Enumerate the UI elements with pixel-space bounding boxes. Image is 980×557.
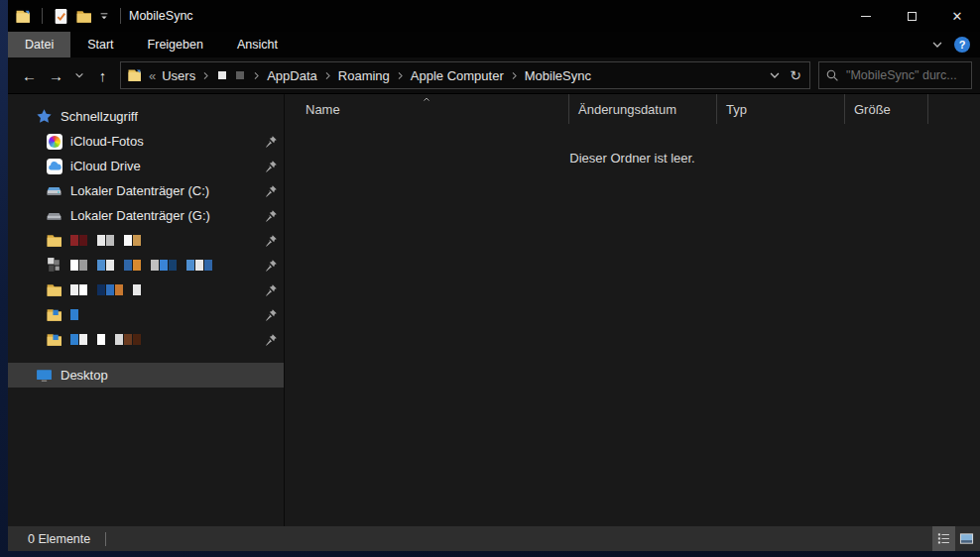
icloud-drive-icon (46, 158, 62, 174)
column-label: Größe (854, 102, 891, 117)
empty-folder-message: Dieser Ordner ist leer. (285, 151, 980, 166)
titlebar: MobileSync ✕ (8, 0, 980, 32)
collapse-ribbon-icon[interactable] (930, 38, 944, 52)
details-view-button[interactable] (932, 526, 955, 551)
location-folder-icon (127, 67, 143, 83)
breadcrumb-segment[interactable]: MobileSync (522, 68, 594, 83)
sidebar-item-redacted[interactable] (8, 327, 284, 352)
address-bar-controls: ↻ (768, 67, 805, 83)
breadcrumb-segment[interactable]: Apple Computer (408, 68, 507, 83)
app-folder-icon (15, 8, 32, 25)
sidebar-item-desktop[interactable]: Desktop (8, 363, 284, 388)
breadcrumb-chevron-icon[interactable] (395, 70, 406, 81)
tab-start[interactable]: Start (70, 32, 130, 57)
sidebar-item-redacted[interactable] (8, 228, 284, 253)
breadcrumb-segment[interactable]: AppData (264, 68, 320, 83)
ribbon-tab-row: DateiStartFreigebenAnsicht ? (8, 32, 980, 57)
folder-blue-icon (46, 331, 62, 348)
minimize-icon (861, 16, 871, 17)
minimize-button[interactable] (843, 0, 889, 32)
sidebar-item-lokaler-datentr-ger-c[interactable]: Lokaler Datenträger (C:) (8, 178, 284, 203)
folder-blue-icon (46, 306, 62, 323)
sidebar-item-label: Desktop (61, 368, 108, 383)
file-list-pane: NameÄnderungsdatumTypGröße Dieser Ordner… (285, 94, 980, 526)
sidebar-item-redacted[interactable] (8, 302, 284, 327)
details-view-icon (936, 531, 951, 546)
star-icon (36, 108, 53, 125)
view-toggle-buttons (932, 526, 978, 551)
tab-ansicht[interactable]: Ansicht (220, 32, 295, 57)
folder-icon (46, 232, 62, 249)
column-header-nderungsdatum[interactable]: Änderungsdatum (569, 94, 717, 124)
pin-icon (265, 259, 278, 272)
column-header-gr-e[interactable]: Größe (845, 94, 928, 124)
column-label: Typ (726, 102, 747, 117)
drive-g-icon (46, 207, 62, 224)
desktop-icon (36, 367, 53, 384)
help-icon[interactable]: ? (954, 37, 970, 53)
sidebar-item-redacted[interactable] (8, 278, 284, 302)
column-label: Name (306, 102, 340, 117)
breadcrumb-chevron-icon[interactable] (251, 70, 262, 81)
close-button[interactable]: ✕ (934, 0, 980, 32)
search-icon (825, 68, 839, 82)
maximize-button[interactable] (889, 0, 934, 32)
sidebar-item-icloud-fotos[interactable]: iCloud-Fotos (8, 129, 284, 154)
breadcrumb-chevron-icon[interactable] (322, 70, 333, 81)
up-button[interactable]: ↑ (89, 62, 116, 88)
sidebar-item-label: iCloud-Fotos (70, 134, 144, 149)
titlebar-separator (42, 8, 43, 24)
breadcrumb-overflow-icon[interactable]: « (146, 68, 159, 83)
sidebar-item-lokaler-datentr-ger-g[interactable]: Lokaler Datenträger (G:) (8, 203, 284, 228)
qat-dropdown-icon[interactable] (98, 10, 110, 22)
breadcrumb-segment[interactable]: Roaming (335, 68, 393, 83)
status-separator (105, 532, 106, 546)
status-bar: 0 Elemente (8, 526, 980, 551)
pin-icon (265, 308, 278, 321)
close-icon: ✕ (952, 9, 963, 24)
pin-icon (265, 135, 278, 148)
column-headers: NameÄnderungsdatumTypGröße (285, 94, 980, 124)
quick-access-toolbar (8, 8, 125, 25)
titlebar-separator (120, 8, 121, 24)
sidebar-item-redacted[interactable] (8, 253, 284, 278)
pin-icon (265, 160, 278, 172)
redacted-label-mosaic (70, 309, 78, 320)
sidebar-item-icloud-drive[interactable]: iCloud Drive (8, 154, 284, 178)
sidebar-list: SchnellzugriffiCloud-FotosiCloud DriveLo… (8, 104, 284, 388)
sidebar-item-label: iCloud Drive (70, 159, 141, 173)
ribbon-tabs: DateiStartFreigebenAnsicht (8, 32, 295, 57)
search-input[interactable] (846, 68, 965, 82)
recent-locations-dropdown[interactable] (69, 62, 89, 88)
thumbnails-view-icon (959, 531, 974, 546)
forward-button[interactable]: → (43, 62, 69, 88)
tab-freigeben[interactable]: Freigeben (131, 32, 220, 57)
search-box (818, 61, 972, 89)
refresh-icon[interactable]: ↻ (790, 67, 801, 83)
sidebar-item-label: Lokaler Datenträger (G:) (70, 208, 210, 223)
pin-icon (265, 333, 278, 346)
sidebar-item-schnellzugriff[interactable]: Schnellzugriff (8, 104, 284, 129)
address-dropdown-icon[interactable] (768, 68, 782, 82)
back-button[interactable]: ← (16, 62, 43, 88)
pin-icon (265, 209, 278, 222)
folder-icon (46, 281, 62, 298)
window-title: MobileSync (129, 9, 193, 23)
column-header-name[interactable]: Name (285, 94, 569, 124)
properties-icon[interactable] (53, 8, 69, 25)
tab-datei[interactable]: Datei (8, 32, 70, 57)
item-count: 0 Elemente (28, 532, 90, 546)
sidebar-item-label: Schnellzugriff (61, 109, 138, 124)
breadcrumb-segment[interactable]: Users (159, 68, 198, 83)
new-folder-icon[interactable] (75, 8, 92, 25)
ribbon-right-controls: ? (930, 32, 980, 57)
breadcrumb-chevron-icon[interactable] (200, 70, 211, 81)
large-icons-view-button[interactable] (955, 526, 978, 551)
explorer-window: MobileSync ✕ DateiStartFreigebenAnsicht … (8, 0, 980, 551)
breadcrumb: «UsersAppDataRoamingApple ComputerMobile… (146, 68, 594, 83)
address-bar[interactable]: «UsersAppDataRoamingApple ComputerMobile… (120, 61, 810, 89)
drive-c-icon (46, 182, 62, 199)
column-header-typ[interactable]: Typ (717, 94, 845, 124)
chevron-down-icon (73, 69, 85, 81)
breadcrumb-chevron-icon[interactable] (509, 70, 520, 81)
